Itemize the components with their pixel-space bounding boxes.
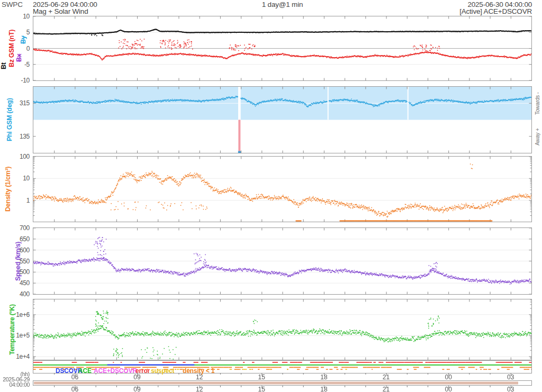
tmp-ytick-label: 1e+5 bbox=[0, 332, 30, 339]
mag-ytick-label: -10 bbox=[0, 77, 30, 84]
away-sector-label: Away + bbox=[534, 121, 540, 153]
spd-ytick-label: 450 bbox=[0, 279, 30, 287]
spd-plot-canvas bbox=[33, 228, 531, 294]
axis-start-clock: 04:00:00 bbox=[0, 381, 30, 388]
temperature-panel bbox=[33, 299, 532, 360]
date-range-strip[interactable] bbox=[33, 380, 532, 386]
hour-label: 18 bbox=[315, 373, 333, 381]
mag-ytick-label: -5 bbox=[0, 61, 30, 68]
hour-label: 00 bbox=[439, 373, 457, 381]
spd-ytick-label: 500 bbox=[0, 268, 30, 276]
phi-axis-label: Phi GSM (deg) bbox=[5, 86, 14, 153]
den-ytick-label: 1 bbox=[0, 197, 30, 204]
mag-panel bbox=[33, 16, 532, 81]
plot-title: Mag + Solar Wind bbox=[33, 7, 88, 15]
mag-plot-canvas bbox=[33, 16, 531, 80]
hour-label: 15 bbox=[252, 386, 270, 392]
hour-label: 18 bbox=[315, 386, 333, 392]
hour-label: 12 bbox=[191, 386, 209, 392]
data-source-label: [Active] ACE+DSCOVR bbox=[33, 7, 532, 15]
hour-label: 06 bbox=[66, 373, 84, 381]
hour-label: 15 bbox=[252, 373, 270, 381]
spd-ytick-label: 650 bbox=[0, 235, 30, 243]
density-axis-label: Density (1/cm³) bbox=[3, 156, 12, 222]
app-logo-text: SWPC bbox=[2, 1, 23, 8]
tmp-ytick-label: 1e+6 bbox=[0, 311, 30, 318]
phi-ytick-label: 135 bbox=[0, 133, 30, 140]
hour-label: 03 bbox=[502, 373, 520, 381]
tmp-plot-canvas bbox=[33, 299, 531, 360]
mag-ytick-label: 10 bbox=[0, 13, 30, 20]
phi-plot-canvas bbox=[33, 87, 531, 153]
den-plot-canvas bbox=[33, 157, 531, 222]
hour-label: 09 bbox=[128, 386, 146, 392]
towards-sector-label: Towards - bbox=[534, 86, 540, 121]
hour-label: 06 bbox=[66, 386, 84, 392]
hour-label: 21 bbox=[377, 373, 395, 381]
mag-ytick-label: 5 bbox=[0, 29, 30, 36]
hour-label: 03 bbox=[502, 386, 520, 392]
den-ytick-label: 100 bbox=[0, 153, 30, 160]
mag-ytick-label: 0 bbox=[0, 45, 30, 52]
phi-ytick-label: 315 bbox=[0, 99, 30, 107]
spd-ytick-label: 700 bbox=[0, 224, 30, 232]
temperature-axis-label: Temperature (°K) bbox=[7, 299, 16, 360]
hour-label: 00 bbox=[439, 386, 457, 392]
hour-label: 21 bbox=[377, 386, 395, 392]
spd-ytick-label: 600 bbox=[0, 247, 30, 254]
swpc-solar-wind-plot: SWPC 2025-06-29 04:00:00 1 day@1 min 202… bbox=[0, 0, 542, 392]
tmp-ytick-label: 1e+4 bbox=[0, 353, 30, 360]
hour-label: 09 bbox=[128, 373, 146, 381]
spd-ytick-label: 400 bbox=[0, 290, 30, 298]
spd-ytick-label: 550 bbox=[0, 258, 30, 265]
date-range-indicator bbox=[34, 382, 518, 384]
hour-label: 12 bbox=[191, 373, 209, 381]
speed-panel bbox=[33, 227, 532, 295]
phi-panel bbox=[33, 86, 532, 153]
den-ytick-label: 10 bbox=[0, 175, 30, 182]
density-panel bbox=[33, 156, 532, 222]
